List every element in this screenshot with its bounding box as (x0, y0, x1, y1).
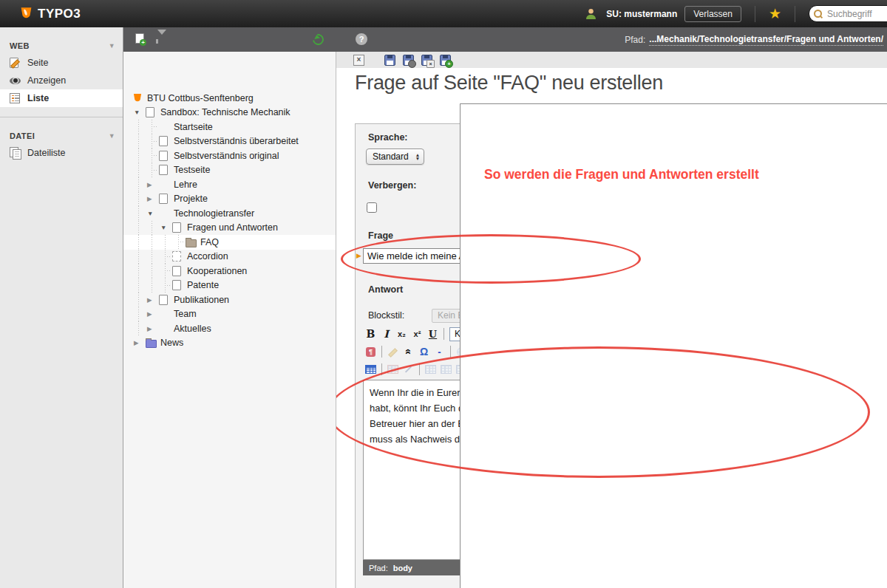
path-value[interactable]: ...Mechanik/Technologietransfer/Fragen u… (649, 34, 883, 46)
collapse-icon[interactable]: ▼ (109, 132, 115, 140)
subscript-icon[interactable]: x₂ (395, 327, 409, 341)
language-select[interactable]: Standard ▲▼ (366, 148, 424, 165)
edit-element-icon[interactable] (386, 344, 400, 359)
sidebar-item-label: Seite (27, 58, 49, 68)
save-close-icon[interactable]: × (421, 55, 432, 66)
tree-item-team[interactable]: ▶Team (123, 307, 336, 322)
sidebar-item-dateiliste[interactable]: Dateiliste (0, 144, 123, 162)
superscript-icon[interactable]: x² (410, 327, 424, 341)
tree-item-technologietransfer[interactable]: ▼Technologietransfer (123, 206, 336, 221)
show-invisibles-icon[interactable]: ¶ (364, 344, 378, 359)
sidebar-item-label: Anzeigen (27, 75, 66, 86)
tree-item-label: Selbstverständnis überarbeitet (174, 136, 299, 146)
table-delete-icon[interactable] (386, 362, 400, 377)
tree-item-patente[interactable]: Patente (123, 278, 336, 293)
section-title-label: DATEI (10, 131, 35, 140)
tree-item-kooperationen[interactable]: Kooperationen (123, 264, 336, 278)
tree-guide (146, 250, 159, 264)
search-input[interactable] (826, 8, 887, 20)
tree-guide (146, 148, 159, 163)
page-icon (172, 222, 187, 233)
expand-icon[interactable]: ▶ (132, 339, 146, 346)
field-changed-icon: ▶ (356, 252, 361, 259)
tree-item-projekte[interactable]: ▶Projekte (123, 192, 336, 207)
question-label: Frage (368, 230, 393, 241)
help-icon[interactable]: ? (356, 33, 367, 45)
expand-icon[interactable]: ▶ (146, 195, 159, 202)
tree-item-startseite[interactable]: Startseite (123, 120, 336, 134)
logout-button[interactable]: Verlassen (684, 6, 741, 22)
doc-toolbar: ××+ (336, 52, 887, 68)
refresh-icon[interactable] (310, 32, 326, 47)
language-label: Sprache: (368, 132, 408, 143)
tree-item-faq[interactable]: FAQ (123, 235, 336, 250)
special-character-icon[interactable]: Ω (417, 344, 431, 359)
tree-item-testseite[interactable]: Testseite (123, 163, 336, 178)
sidebar-section-title: DATEI▼ (0, 128, 123, 144)
collapse-icon[interactable]: ▼ (146, 210, 159, 217)
underline-icon[interactable]: U (426, 327, 440, 341)
tree-guide (146, 134, 159, 149)
sidebar-item-label: Dateiliste (27, 148, 65, 158)
tree-item-accordion[interactable]: Accordion (123, 250, 336, 264)
folder-blue-icon (146, 338, 160, 348)
save-icon[interactable] (384, 55, 395, 66)
row-insert-under-icon[interactable] (439, 362, 453, 377)
search-icon (814, 10, 822, 18)
blockstyle-label: Blockstil: (363, 310, 432, 321)
tree-item-label: Testseite (174, 165, 210, 175)
tree-guide (146, 163, 159, 178)
star-icon[interactable]: ★ (769, 7, 781, 21)
save-view-icon[interactable] (403, 55, 414, 66)
expand-icon[interactable]: ▶ (146, 310, 159, 318)
sidebar-item-liste[interactable]: Liste (0, 89, 123, 107)
tree-item-selbstverständnis-original[interactable]: Selbstverständnis original (123, 148, 336, 163)
collapse-icon[interactable]: ▼ (109, 42, 115, 49)
tree-item-lehre[interactable]: ▶Lehre (123, 177, 336, 192)
tree-guide (146, 235, 159, 250)
row-insert-under-glyph (441, 365, 452, 374)
page-icon (172, 266, 187, 276)
save-new-icon[interactable]: + (440, 55, 451, 66)
collapse-icon[interactable]: ▼ (132, 109, 146, 116)
tree-guide (146, 221, 159, 236)
typo3-shield-icon (19, 7, 33, 21)
typo3-logo: TYPO3 (0, 7, 81, 21)
new-record-icon[interactable]: + (135, 33, 144, 47)
tree-item-label: Selbstverständnis original (174, 151, 279, 161)
page-tree-panel: BTU Cottbus-Senftenberg▼Sandbox: Technis… (123, 52, 336, 588)
tree-item-label: BTU Cottbus-Senftenberg (147, 93, 254, 103)
table-properties-icon[interactable] (364, 362, 378, 377)
page-icon (159, 136, 174, 146)
tree-item-fragen-und-antworten[interactable]: ▼Fragen und Antworten (123, 221, 336, 236)
soft-hyphen-icon[interactable]: « (401, 344, 415, 359)
tree-item-label: Aktuelles (174, 324, 211, 334)
tree-guide (132, 163, 146, 178)
search-box[interactable] (809, 5, 887, 22)
tree-guide (132, 235, 146, 250)
bold-icon[interactable]: B (364, 327, 378, 341)
list-icon (10, 93, 27, 103)
tree-item-label: Technologietransfer (174, 208, 254, 219)
table-wizard-icon[interactable] (401, 362, 415, 377)
italic-icon[interactable]: I (379, 327, 393, 341)
rte-path-value[interactable]: body (393, 564, 412, 572)
sidebar-item-seite[interactable]: Seite (0, 54, 123, 72)
tree-item-selbstverständnis-überarbeitet[interactable]: Selbstverständnis überarbeitet (123, 134, 336, 149)
expand-icon[interactable]: ▶ (146, 325, 159, 332)
tree-item-publikationen[interactable]: ▶Publikationen (123, 293, 336, 307)
filter-icon[interactable] (157, 35, 166, 48)
close-doc-icon[interactable]: × (353, 55, 364, 66)
sidebar-item-anzeigen[interactable]: Anzeigen (0, 72, 123, 89)
tree-item-aktuelles[interactable]: ▶Aktuelles (123, 321, 336, 336)
tree-item-sandbox-technische-mechanik[interactable]: ▼Sandbox: Technische Mechanik (123, 106, 336, 120)
filelist-icon (10, 147, 27, 159)
tree-item-news[interactable]: ▶News (123, 336, 336, 351)
expand-icon[interactable]: ▶ (146, 181, 159, 188)
hide-checkbox[interactable] (367, 202, 377, 213)
tree-item-btu-cottbus-senftenberg[interactable]: BTU Cottbus-Senftenberg (123, 91, 336, 106)
collapse-icon[interactable]: ▼ (159, 224, 172, 231)
row-insert-above-icon[interactable] (424, 362, 438, 377)
nonbreaking-dash-icon[interactable]: - (432, 344, 446, 359)
expand-icon[interactable]: ▶ (146, 296, 159, 304)
